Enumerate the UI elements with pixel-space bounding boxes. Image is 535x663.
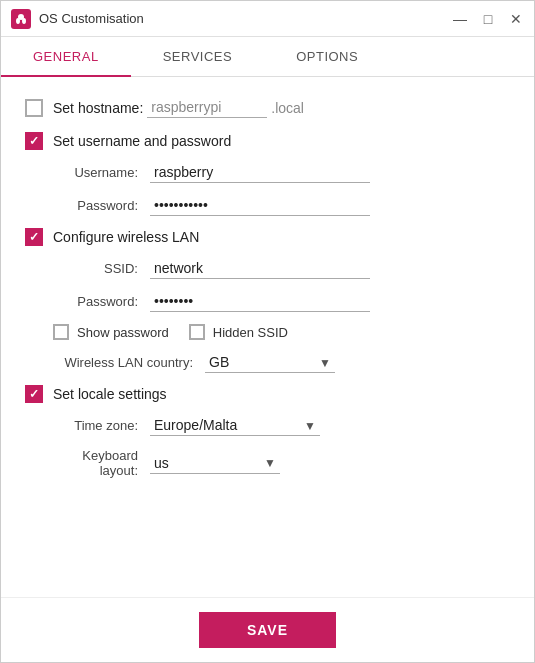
minimize-button[interactable]: — <box>452 11 468 27</box>
hostname-suffix: .local <box>271 100 304 116</box>
window-title: OS Customisation <box>39 11 452 26</box>
tab-services[interactable]: SERVICES <box>131 37 265 76</box>
username-password-label: Set username and password <box>53 133 231 149</box>
content-area: Set hostname: .local Set username and pa… <box>1 77 534 597</box>
password-field-row: Password: <box>25 195 510 216</box>
ssid-input[interactable] <box>150 258 370 279</box>
wifi-password-input[interactable] <box>150 291 370 312</box>
timezone-field-row: Time zone: Europe/Malta Europe/London Am… <box>25 415 510 436</box>
hostname-input[interactable] <box>147 97 267 118</box>
hidden-ssid-label: Hidden SSID <box>213 325 288 340</box>
show-password-check: Show password <box>53 324 169 340</box>
titlebar: OS Customisation — □ ✕ <box>1 1 534 37</box>
wifi-password-label: Password: <box>53 294 138 309</box>
keyboard-label: Keyboard layout: <box>53 448 138 478</box>
timezone-label: Time zone: <box>53 418 138 433</box>
show-password-label: Show password <box>77 325 169 340</box>
app-icon <box>11 9 31 29</box>
svg-point-1 <box>16 18 20 24</box>
keyboard-field-row: Keyboard layout: us gb de fr ▼ <box>25 448 510 478</box>
save-button[interactable]: SAVE <box>199 612 336 648</box>
tab-options[interactable]: OPTIONS <box>264 37 390 76</box>
timezone-select-wrapper: Europe/Malta Europe/London America/New_Y… <box>150 415 320 436</box>
hostname-checkbox[interactable] <box>25 99 43 117</box>
username-label: Username: <box>53 165 138 180</box>
country-field-row: Wireless LAN country: GB US DE FR IT ▼ <box>25 352 510 373</box>
locale-checkbox[interactable] <box>25 385 43 403</box>
locale-row: Set locale settings <box>25 385 510 403</box>
show-password-checkbox[interactable] <box>53 324 69 340</box>
tab-bar: GENERAL SERVICES OPTIONS <box>1 37 534 77</box>
window-controls: — □ ✕ <box>452 11 524 27</box>
wireless-lan-checkbox[interactable] <box>25 228 43 246</box>
username-field-row: Username: <box>25 162 510 183</box>
username-password-row: Set username and password <box>25 132 510 150</box>
hidden-ssid-checkbox[interactable] <box>189 324 205 340</box>
password-label: Password: <box>53 198 138 213</box>
wireless-lan-label: Configure wireless LAN <box>53 229 199 245</box>
username-password-checkbox[interactable] <box>25 132 43 150</box>
keyboard-select-wrapper: us gb de fr ▼ <box>150 453 280 474</box>
keyboard-select[interactable]: us gb de fr <box>150 453 280 474</box>
username-input[interactable] <box>150 162 370 183</box>
ssid-field-row: SSID: <box>25 258 510 279</box>
hostname-row: Set hostname: .local <box>25 97 510 118</box>
close-button[interactable]: ✕ <box>508 11 524 27</box>
svg-point-2 <box>22 18 26 24</box>
country-label: Wireless LAN country: <box>53 355 193 370</box>
ssid-label: SSID: <box>53 261 138 276</box>
tab-general[interactable]: GENERAL <box>1 37 131 76</box>
maximize-button[interactable]: □ <box>480 11 496 27</box>
timezone-select[interactable]: Europe/Malta Europe/London America/New_Y… <box>150 415 320 436</box>
wireless-lan-row: Configure wireless LAN <box>25 228 510 246</box>
footer: SAVE <box>1 597 534 662</box>
wifi-password-field-row: Password: <box>25 291 510 312</box>
country-select[interactable]: GB US DE FR IT <box>205 352 335 373</box>
hostname-label: Set hostname: <box>53 100 143 116</box>
country-select-wrapper: GB US DE FR IT ▼ <box>205 352 335 373</box>
wifi-options-row: Show password Hidden SSID <box>25 324 510 340</box>
password-input[interactable] <box>150 195 370 216</box>
locale-label: Set locale settings <box>53 386 167 402</box>
app-window: OS Customisation — □ ✕ GENERAL SERVICES … <box>0 0 535 663</box>
hidden-ssid-check: Hidden SSID <box>189 324 288 340</box>
